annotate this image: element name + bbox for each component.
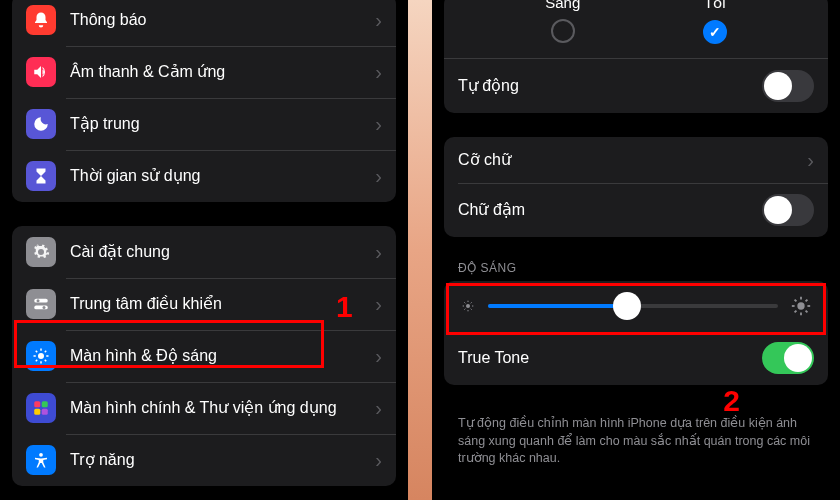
svg-point-3 <box>43 306 46 309</box>
row-accessibility[interactable]: Trợ năng › <box>12 434 396 486</box>
appearance-light-label: Sáng <box>545 0 580 11</box>
svg-rect-1 <box>34 306 48 310</box>
svg-line-34 <box>795 311 797 313</box>
chevron-right-icon: › <box>375 165 382 188</box>
row-label: Thông báo <box>70 10 369 29</box>
svg-line-11 <box>36 360 38 362</box>
svg-line-12 <box>45 351 47 353</box>
brightness-icon <box>26 341 56 371</box>
row-screentime[interactable]: Thời gian sử dụng › <box>12 150 396 202</box>
accessibility-icon <box>26 445 56 475</box>
row-display-brightness[interactable]: Màn hình & Độ sáng › <box>12 330 396 382</box>
gear-icon <box>26 237 56 267</box>
row-label: Trung tâm điều khiển <box>70 294 369 313</box>
row-general[interactable]: Cài đặt chung › <box>12 226 396 278</box>
row-label: Tự động <box>458 76 762 95</box>
settings-group-1: Thông báo › Âm thanh & Cảm ứng › Tập tru… <box>12 0 396 202</box>
radio-checked-icon <box>703 20 727 44</box>
appearance-dark[interactable]: Tối <box>703 0 727 44</box>
switches-icon <box>26 289 56 319</box>
row-label: Tập trung <box>70 114 369 133</box>
annotation-step-1: 1 <box>336 290 353 324</box>
row-bold-text[interactable]: Chữ đậm <box>444 183 828 237</box>
toggle-truetone[interactable] <box>762 342 814 374</box>
row-text-size[interactable]: Cỡ chữ › <box>444 137 828 183</box>
appearance-group: Sáng Tối Tự động <box>444 0 828 113</box>
row-label: Thời gian sử dụng <box>70 166 369 185</box>
chevron-right-icon: › <box>375 345 382 368</box>
svg-line-10 <box>45 360 47 362</box>
row-label: Âm thanh & Cảm ứng <box>70 62 369 81</box>
row-label: Cỡ chữ <box>458 150 801 169</box>
row-label: Cài đặt chung <box>70 242 369 261</box>
grid-icon <box>26 393 56 423</box>
settings-group-2: Cài đặt chung › Trung tâm điều khiển › M… <box>12 226 396 486</box>
svg-rect-13 <box>34 401 40 407</box>
svg-line-25 <box>464 309 465 310</box>
row-label: Trợ năng <box>70 450 369 469</box>
row-label: Màn hình & Độ sáng <box>70 346 369 365</box>
sun-large-icon <box>790 295 812 317</box>
sun-small-icon <box>460 298 476 314</box>
text-group: Cỡ chữ › Chữ đậm <box>444 137 828 237</box>
svg-line-24 <box>471 309 472 310</box>
svg-line-32 <box>795 300 797 302</box>
chevron-right-icon: › <box>375 241 382 264</box>
radio-unchecked-icon <box>551 19 575 43</box>
settings-list-panel: Thông báo › Âm thanh & Cảm ứng › Tập tru… <box>0 0 408 500</box>
svg-rect-15 <box>34 409 40 415</box>
row-sounds[interactable]: Âm thanh & Cảm ứng › <box>12 46 396 98</box>
chevron-right-icon: › <box>807 149 814 172</box>
truetone-footer: Tự động điều chỉnh màn hình iPhone dựa t… <box>432 409 840 468</box>
svg-point-17 <box>39 453 43 457</box>
chevron-right-icon: › <box>375 397 382 420</box>
appearance-dark-label: Tối <box>703 0 727 12</box>
row-label: Màn hình chính & Thư viện ứng dụng <box>70 398 369 417</box>
svg-line-33 <box>806 311 808 313</box>
bell-icon <box>26 5 56 35</box>
svg-line-23 <box>464 302 465 303</box>
toggle-bold[interactable] <box>762 194 814 226</box>
svg-rect-14 <box>42 401 48 407</box>
chevron-right-icon: › <box>375 293 382 316</box>
moon-icon <box>26 109 56 139</box>
row-focus[interactable]: Tập trung › <box>12 98 396 150</box>
speaker-icon <box>26 57 56 87</box>
chevron-right-icon: › <box>375 61 382 84</box>
svg-point-2 <box>37 299 40 302</box>
svg-rect-0 <box>34 299 48 303</box>
row-auto-appearance[interactable]: Tự động <box>444 58 828 113</box>
brightness-group: True Tone <box>444 281 828 385</box>
row-true-tone[interactable]: True Tone <box>444 331 828 385</box>
svg-line-9 <box>36 351 38 353</box>
chevron-right-icon: › <box>375 9 382 32</box>
annotation-step-2: 2 <box>723 384 740 418</box>
appearance-options: Sáng Tối <box>444 0 828 58</box>
brightness-slider-row <box>444 281 828 331</box>
svg-point-4 <box>38 353 44 359</box>
svg-point-18 <box>466 304 470 308</box>
toggle-auto[interactable] <box>762 70 814 102</box>
appearance-light[interactable]: Sáng <box>545 0 580 44</box>
svg-line-35 <box>806 300 808 302</box>
hourglass-icon <box>26 161 56 191</box>
row-label: Chữ đậm <box>458 200 762 219</box>
brightness-header: ĐỘ SÁNG <box>432 261 840 281</box>
chevron-right-icon: › <box>375 449 382 472</box>
row-notifications[interactable]: Thông báo › <box>12 0 396 46</box>
chevron-right-icon: › <box>375 113 382 136</box>
brightness-slider[interactable] <box>488 304 778 308</box>
row-home-screen[interactable]: Màn hình chính & Thư viện ứng dụng › <box>12 382 396 434</box>
display-settings-panel: Sáng Tối Tự động Cỡ chữ › Chữ đậm ĐỘ SÁN… <box>432 0 840 500</box>
svg-line-26 <box>471 302 472 303</box>
svg-rect-16 <box>42 409 48 415</box>
row-label: True Tone <box>458 348 762 367</box>
svg-point-27 <box>797 302 804 309</box>
